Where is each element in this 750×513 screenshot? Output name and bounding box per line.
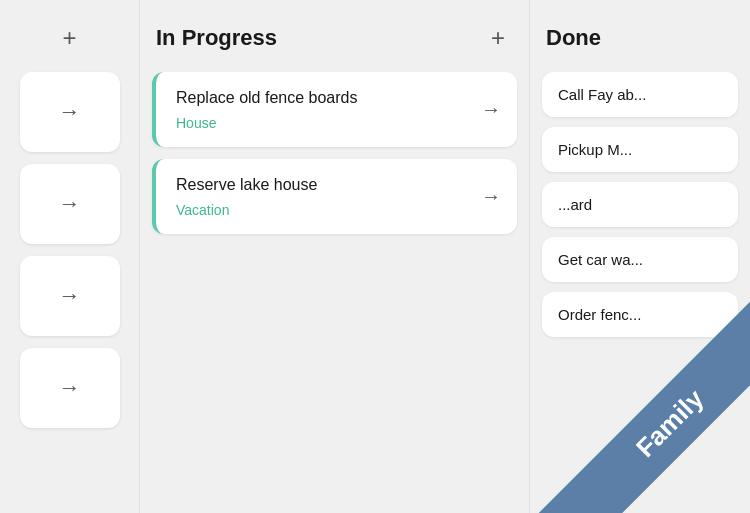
in-progress-column: In Progress + Replace old fence boards H…	[140, 0, 530, 513]
left-arrow-card-2[interactable]: →	[20, 164, 120, 244]
left-arrow-card-1[interactable]: →	[20, 72, 120, 152]
arrow-icon-2: →	[59, 191, 81, 217]
in-progress-title: In Progress	[156, 25, 277, 51]
done-card-1[interactable]: Call Fay ab...	[542, 72, 738, 117]
task-lake-category: Vacation	[176, 202, 469, 218]
task-fence-content: Replace old fence boards House	[176, 88, 469, 131]
arrow-icon-1: →	[59, 99, 81, 125]
left-column-header: +	[50, 12, 88, 72]
done-card-2[interactable]: Pickup M...	[542, 127, 738, 172]
task-card-fence[interactable]: Replace old fence boards House →	[152, 72, 517, 147]
in-progress-header: In Progress +	[152, 12, 517, 72]
done-card-2-title: Pickup M...	[558, 141, 722, 158]
done-card-3-title: ...ard	[558, 196, 722, 213]
arrow-icon-3: →	[59, 283, 81, 309]
done-header: Done	[542, 12, 738, 72]
done-card-1-title: Call Fay ab...	[558, 86, 722, 103]
arrow-icon-4: →	[59, 375, 81, 401]
left-arrow-card-4[interactable]: →	[20, 348, 120, 428]
task-fence-category: House	[176, 115, 469, 131]
left-arrow-card-3[interactable]: →	[20, 256, 120, 336]
done-title: Done	[546, 25, 601, 51]
left-column: + → → → →	[0, 0, 140, 513]
task-card-lake[interactable]: Reserve lake house Vacation →	[152, 159, 517, 234]
done-card-5-title: Order fenc...	[558, 306, 722, 323]
left-add-button[interactable]: +	[54, 22, 84, 54]
done-card-4-title: Get car wa...	[558, 251, 722, 268]
task-lake-arrow: →	[481, 185, 501, 208]
done-column: Done Call Fay ab... Pickup M... ...ard G…	[530, 0, 750, 513]
task-lake-title: Reserve lake house	[176, 175, 469, 196]
done-card-5[interactable]: Order fenc...	[542, 292, 738, 337]
task-lake-content: Reserve lake house Vacation	[176, 175, 469, 218]
done-card-4[interactable]: Get car wa...	[542, 237, 738, 282]
task-fence-arrow: →	[481, 98, 501, 121]
task-fence-title: Replace old fence boards	[176, 88, 469, 109]
done-card-3[interactable]: ...ard	[542, 182, 738, 227]
in-progress-add-button[interactable]: +	[483, 22, 513, 54]
